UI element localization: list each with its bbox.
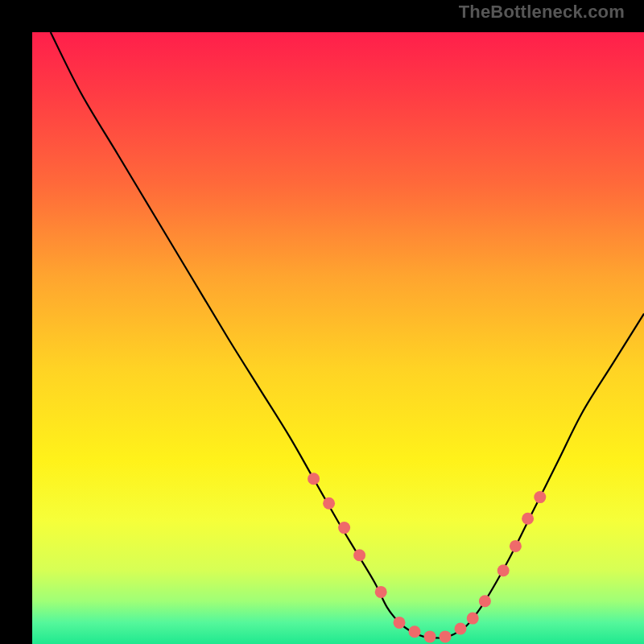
plot-area xyxy=(32,32,644,644)
marker-point xyxy=(479,595,491,607)
marker-point xyxy=(455,623,467,635)
marker-point xyxy=(394,617,406,629)
marker-point xyxy=(497,564,510,576)
marker-point xyxy=(338,522,350,534)
curve-layer xyxy=(32,32,644,644)
marker-point xyxy=(467,613,479,625)
marker-point xyxy=(375,586,387,598)
marker-point xyxy=(323,497,335,510)
marker-point xyxy=(409,625,421,638)
chart-frame xyxy=(16,16,628,628)
marker-point xyxy=(353,549,365,561)
watermark-text: TheBottleneck.com xyxy=(459,2,625,23)
marker-point xyxy=(510,540,522,552)
marker-point xyxy=(440,630,452,642)
marker-point xyxy=(308,473,320,485)
marker-point xyxy=(522,513,534,525)
marker-point xyxy=(534,491,546,503)
bottleneck-curve xyxy=(51,32,644,638)
marker-point xyxy=(424,630,436,642)
